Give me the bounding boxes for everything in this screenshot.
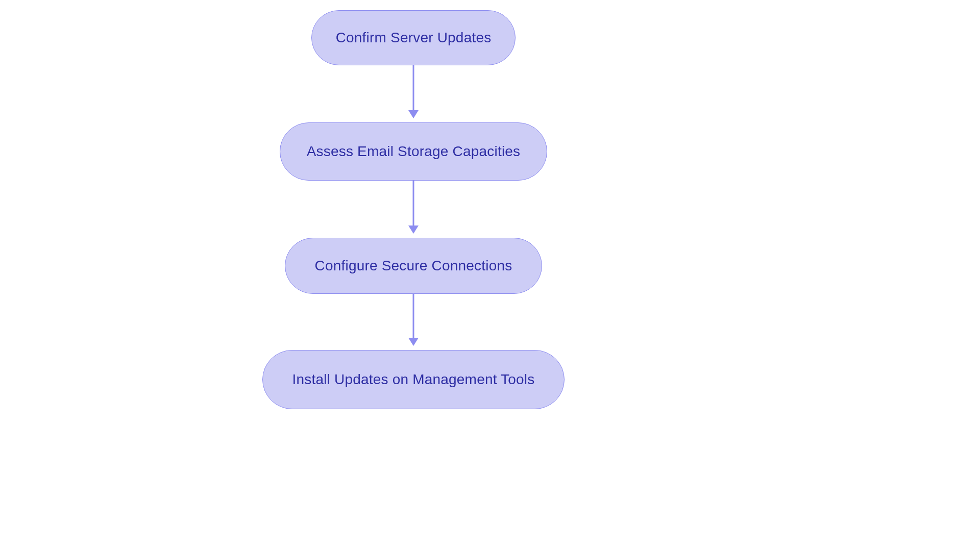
flow-arrow	[413, 65, 414, 110]
node-label: Assess Email Storage Capacities	[307, 143, 521, 160]
arrowhead-icon	[408, 226, 419, 234]
flow-arrow	[413, 294, 414, 338]
flow-node-configure-secure-connections: Configure Secure Connections	[285, 238, 542, 294]
arrowhead-icon	[408, 110, 419, 118]
node-label: Install Updates on Management Tools	[292, 371, 535, 388]
flowchart: Confirm Server Updates Assess Email Stor…	[158, 0, 669, 551]
flow-arrow	[413, 181, 414, 226]
flow-node-assess-email-storage: Assess Email Storage Capacities	[280, 122, 547, 181]
node-label: Confirm Server Updates	[336, 30, 492, 46]
flow-node-confirm-server-updates: Confirm Server Updates	[311, 10, 516, 65]
node-label: Configure Secure Connections	[315, 258, 512, 274]
arrowhead-icon	[408, 338, 419, 346]
flow-node-install-updates-management-tools: Install Updates on Management Tools	[262, 350, 565, 409]
diagram-canvas: Confirm Server Updates Assess Email Stor…	[0, 0, 980, 551]
